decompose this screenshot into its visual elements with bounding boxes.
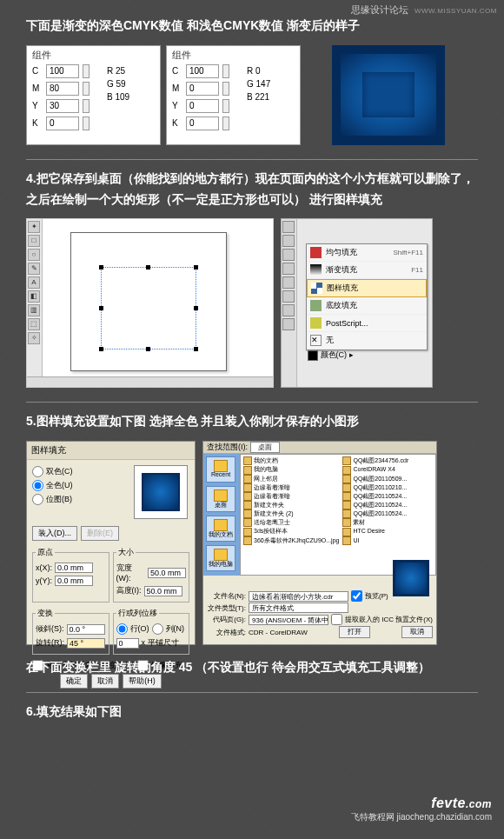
file-item[interactable]: UI <box>342 536 434 545</box>
look-in-combo[interactable]: 桌面 <box>250 442 280 453</box>
file-item[interactable]: 边缘看着渐暗 <box>242 483 340 492</box>
tool-icon[interactable] <box>282 290 295 303</box>
place-recent[interactable]: Recent <box>206 456 235 483</box>
resize-handle[interactable] <box>194 265 198 270</box>
tool-icon[interactable]: ▥ <box>28 304 40 316</box>
y-input[interactable] <box>186 99 219 113</box>
step6-text: 6.填充结果如下图 <box>26 702 478 722</box>
tool-icon[interactable]: ○ <box>28 249 40 261</box>
file-item[interactable]: 我的电脑 <box>242 465 340 474</box>
file-item[interactable]: QQ截图20110210... <box>342 483 434 492</box>
k-input[interactable] <box>186 117 219 130</box>
extract-icc-checkbox[interactable] <box>331 614 342 625</box>
tool-icon[interactable] <box>282 318 295 330</box>
resize-handle[interactable] <box>99 306 103 310</box>
file-item[interactable]: 360杀毒软件2KJhqCZU9O...jpg <box>242 536 340 545</box>
menu-texture-fill[interactable]: 底纹填充 <box>307 297 427 315</box>
file-item[interactable]: 我的文档 <box>242 456 340 465</box>
menu-no-fill[interactable]: ✕无 <box>307 332 427 350</box>
file-item[interactable]: 3ds按钮样本 <box>242 527 340 536</box>
resize-handle[interactable] <box>99 347 103 351</box>
file-item[interactable]: HTC Desire <box>342 527 434 536</box>
file-item[interactable]: 边缘看着渐暗 <box>242 492 340 501</box>
cancel-button[interactable]: 取消 <box>401 626 433 638</box>
tool-icon[interactable]: ⬚ <box>28 318 40 330</box>
m-input[interactable] <box>186 82 219 96</box>
file-item[interactable]: 新建文件夹 (2) <box>242 509 340 518</box>
row-radio[interactable] <box>116 623 128 635</box>
load-button[interactable]: 装入(D)... <box>32 526 77 541</box>
spinner-icon[interactable] <box>83 117 90 130</box>
spinner-icon[interactable] <box>222 99 229 113</box>
spinner-icon[interactable] <box>83 82 90 96</box>
c-input[interactable] <box>46 64 79 78</box>
rotate-input[interactable] <box>67 638 105 649</box>
height-input[interactable] <box>144 586 182 596</box>
y-input[interactable] <box>46 99 79 113</box>
place-mydoc[interactable]: 我的文档 <box>206 516 235 542</box>
menu-postscript-fill[interactable]: PostScript... <box>307 315 427 332</box>
codepage-combo[interactable]: 936 (ANSI/OEM - 简体中文 GBK) <box>249 615 328 625</box>
resize-handle[interactable] <box>146 265 150 270</box>
resize-handle[interactable] <box>99 265 103 270</box>
place-desktop[interactable]: 桌面 <box>206 486 235 512</box>
tool-icon[interactable]: ✧ <box>28 332 40 344</box>
skew-input[interactable] <box>67 624 105 635</box>
tool-icon[interactable]: □ <box>28 235 40 247</box>
tool-icon[interactable] <box>282 263 295 275</box>
filename-input[interactable]: 边缘看着渐暗的小方块.cdr <box>249 591 348 602</box>
resize-handle[interactable] <box>194 347 198 351</box>
pattern-fill-dialog: 图样填充 双色(C) 全色(U) 位图(B) 装入(D)... 删除(E) 原点… <box>26 441 196 645</box>
m-input[interactable] <box>46 82 79 96</box>
tool-icon[interactable] <box>282 221 295 233</box>
tool-icon[interactable]: A <box>28 276 40 289</box>
two-color-radio[interactable] <box>32 466 43 477</box>
color-swatch-icon[interactable] <box>308 350 318 361</box>
open-button[interactable]: 打开 <box>339 626 370 638</box>
menu-uniform-fill[interactable]: 均匀填充Shift+F11 <box>307 244 427 262</box>
k-input[interactable] <box>46 117 79 130</box>
file-item[interactable]: 送给老鹰卫士 <box>242 518 340 527</box>
menu-gradient-fill[interactable]: 渐变填充F11 <box>307 262 427 279</box>
y-input[interactable] <box>55 576 93 586</box>
file-item[interactable]: QQ截图20110524... <box>342 509 434 518</box>
tool-icon[interactable]: ✦ <box>28 221 40 233</box>
filetype-combo[interactable]: 所有文件格式 <box>249 603 348 613</box>
watermark-en: WWW.MISSYUAN.COM <box>414 7 497 15</box>
preview-checkbox[interactable] <box>351 590 362 602</box>
bitmap-radio[interactable] <box>32 494 43 505</box>
tool-icon[interactable]: ◧ <box>28 290 40 303</box>
tool-icon[interactable]: ✎ <box>28 263 40 275</box>
spinner-icon[interactable] <box>222 117 229 130</box>
file-item[interactable]: CorelDRAW X4 <box>342 465 434 474</box>
drawn-rectangle[interactable] <box>101 267 196 350</box>
file-item[interactable]: QQ截图2344756.cdr <box>342 456 434 465</box>
full-color-radio[interactable] <box>32 480 43 491</box>
width-input[interactable] <box>148 568 186 578</box>
tool-icon[interactable] <box>282 235 295 247</box>
file-item[interactable]: 素材 <box>342 518 434 527</box>
file-item[interactable]: QQ截图20110524... <box>342 501 434 509</box>
pattern-preview[interactable] <box>134 465 188 519</box>
spinner-icon[interactable] <box>222 64 229 78</box>
resize-handle[interactable] <box>146 347 150 351</box>
x-input[interactable] <box>55 563 93 573</box>
file-item[interactable]: 新建文件夹 <box>242 501 340 509</box>
tool-icon[interactable] <box>282 249 295 261</box>
place-mycomp[interactable]: 我的电脑 <box>206 545 235 571</box>
tool-icon[interactable] <box>282 304 295 316</box>
spinner-icon[interactable] <box>83 64 90 78</box>
file-item[interactable]: QQ截图20110509... <box>342 475 434 483</box>
spinner-icon[interactable] <box>222 82 229 96</box>
file-item[interactable]: 网上邻居 <box>242 475 340 483</box>
file-item[interactable]: QQ截图20110524... <box>342 492 434 501</box>
tile-pct-input[interactable] <box>116 638 139 649</box>
menu-pattern-fill[interactable]: 图样填充 <box>307 279 427 297</box>
c-input[interactable] <box>186 64 219 78</box>
c-label: C <box>32 67 43 76</box>
resize-handle[interactable] <box>194 306 198 310</box>
file-list[interactable]: 我的文档我的电脑网上邻居边缘看着渐暗边缘看着渐暗新建文件夹新建文件夹 (2)送给… <box>240 454 436 576</box>
tool-icon[interactable] <box>282 276 295 289</box>
col-radio[interactable] <box>152 623 163 635</box>
spinner-icon[interactable] <box>83 99 90 113</box>
